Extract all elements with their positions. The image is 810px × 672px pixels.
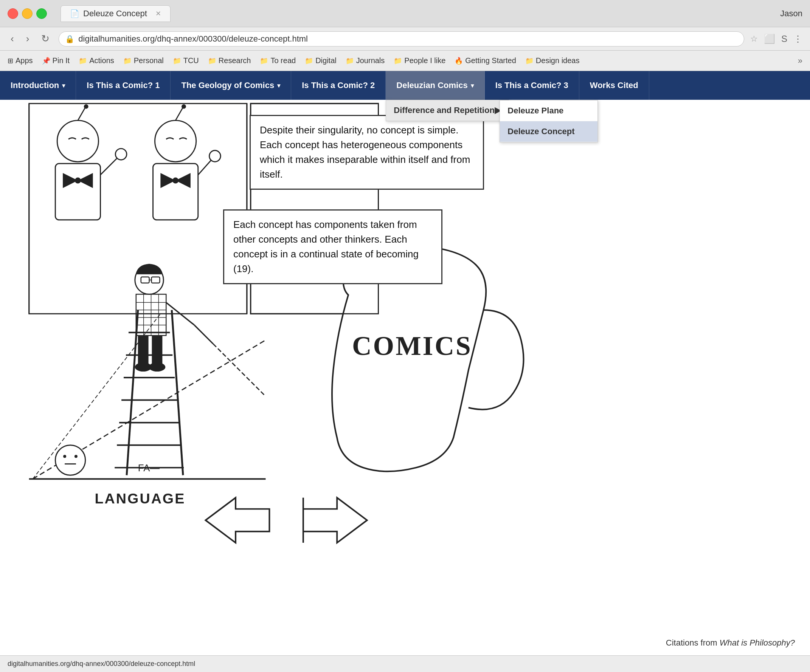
svg-text:LANGUAGE: LANGUAGE xyxy=(95,490,186,507)
tab-close-button[interactable]: ✕ xyxy=(155,10,161,18)
svg-point-19 xyxy=(209,150,221,162)
svg-point-37 xyxy=(149,362,165,372)
deleuze-concept-label: Deleuze Concept xyxy=(508,126,574,136)
tab-title: Deleuze Concept xyxy=(83,9,147,19)
svg-rect-14 xyxy=(153,163,198,220)
text-box-1-content: Despite their singularity, no concept is… xyxy=(260,125,470,180)
nav-item-the-geology-of-comics[interactable]: The Geology of Comics ▾ xyxy=(170,71,291,100)
research-folder-icon: 📁 xyxy=(208,57,216,65)
refresh-button[interactable]: ↻ xyxy=(38,31,52,46)
bookmark-actions-label: Actions xyxy=(89,56,114,65)
close-button[interactable] xyxy=(8,8,18,19)
nav-item-is-this-a-comic-3[interactable]: Is This a Comic? 3 xyxy=(485,71,579,100)
apps-icon: ⊞ xyxy=(8,57,13,65)
svg-point-10 xyxy=(115,148,127,160)
text-box-2: Each concept has components taken from o… xyxy=(223,209,442,284)
svg-text:FA—: FA— xyxy=(138,463,160,473)
text-box-2-content: Each concept has components taken from o… xyxy=(233,219,418,275)
nav-item-introduction[interactable]: Introduction ▾ xyxy=(0,71,76,100)
nav-is-this-a-comic-1-label: Is This a Comic? 1 xyxy=(87,81,160,90)
bookmark-apps-label: Apps xyxy=(15,56,33,65)
nav-item-is-this-a-comic-1[interactable]: Is This a Comic? 1 xyxy=(76,71,170,100)
bookmark-getting-started-label: Getting Started xyxy=(465,56,516,65)
svg-line-41 xyxy=(127,310,138,475)
bookmark-tcu[interactable]: 📁 TCU xyxy=(173,56,199,65)
bookmark-to-read[interactable]: 📁 To read xyxy=(260,56,296,65)
bookmark-design-ideas-label: Design ideas xyxy=(536,56,580,65)
bookmark-design-ideas[interactable]: 📁 Design ideas xyxy=(525,56,580,65)
bookmark-journals-label: Journals xyxy=(356,56,385,65)
forward-button[interactable]: › xyxy=(23,31,32,46)
svg-point-11 xyxy=(155,121,196,162)
bookmark-personal[interactable]: 📁 Personal xyxy=(123,56,164,65)
nav-item-works-cited[interactable]: Works Cited xyxy=(579,71,649,100)
getting-started-icon: 🔥 xyxy=(454,57,463,65)
skype-icon[interactable]: S xyxy=(781,34,787,44)
back-button[interactable]: ‹ xyxy=(8,31,17,46)
bookmark-journals[interactable]: 📁 Journals xyxy=(346,56,385,65)
submenu-item-deleuze-concept[interactable]: Deleuze Concept xyxy=(500,121,597,142)
svg-point-2 xyxy=(57,121,98,162)
bookmark-to-read-label: To read xyxy=(270,56,296,65)
nav-item-is-this-a-comic-2[interactable]: Is This a Comic? 2 xyxy=(291,71,386,100)
bookmark-digital-label: Digital xyxy=(316,56,337,65)
deleuze-plane-label: Deleuze Plane xyxy=(508,106,564,115)
bookmarks-bar: ⊞ Apps 📌 Pin It 📁 Actions 📁 Personal 📁 T… xyxy=(0,51,810,71)
browser-tab[interactable]: 📄 Deleuze Concept ✕ xyxy=(61,5,170,22)
tab-area: 📄 Deleuze Concept ✕ xyxy=(61,5,774,22)
geology-dropdown-icon: ▾ xyxy=(277,82,280,89)
url-display: digitalhumanities.org/dhq-annex/000300/d… xyxy=(78,34,738,44)
text-box-1: Despite their singularity, no concept is… xyxy=(250,115,484,190)
svg-point-4 xyxy=(84,104,88,109)
people-folder-icon: 📁 xyxy=(394,57,402,65)
svg-point-13 xyxy=(182,104,186,109)
journals-folder-icon: 📁 xyxy=(346,57,354,65)
deleuzian-dropdown-menu: Difference and Repetition ▶ Deleuze Plan… xyxy=(386,100,509,121)
deleuzian-dropdown-icon: ▾ xyxy=(471,82,474,89)
svg-point-54 xyxy=(63,455,66,458)
status-bar: digitalhumanities.org/dhq-annex/000300/d… xyxy=(0,655,810,672)
bookmark-research[interactable]: 📁 Research xyxy=(208,56,251,65)
title-bar: 📄 Deleuze Concept ✕ Jason xyxy=(0,0,810,27)
svg-marker-60 xyxy=(303,498,367,543)
traffic-lights xyxy=(8,8,47,19)
actions-folder-icon: 📁 xyxy=(79,57,87,65)
nav-is-this-a-comic-2-label: Is This a Comic? 2 xyxy=(302,81,375,90)
status-url: digitalhumanities.org/dhq-annex/000300/d… xyxy=(8,660,195,668)
bookmark-people-i-like[interactable]: 📁 People I like xyxy=(394,56,446,65)
url-bar: ‹ › ↻ 🔒 digitalhumanities.org/dhq-annex/… xyxy=(0,27,810,51)
bookmark-actions[interactable]: 📁 Actions xyxy=(79,56,114,65)
difference-repetition-label: Difference and Repetition xyxy=(394,106,494,115)
citations-prefix: Citations from xyxy=(666,638,720,647)
nav-item-deleuzian-comics[interactable]: Deleuzian Comics ▾ Difference and Repeti… xyxy=(386,71,484,100)
bookmark-apps[interactable]: ⊞ Apps xyxy=(8,56,33,65)
url-input-wrap[interactable]: 🔒 digitalhumanities.org/dhq-annex/000300… xyxy=(59,31,744,47)
bookmark-digital[interactable]: 📁 Digital xyxy=(305,56,337,65)
user-label: Jason xyxy=(780,9,802,19)
svg-line-40 xyxy=(213,344,265,396)
submenu-item-deleuze-plane[interactable]: Deleuze Plane xyxy=(500,101,597,121)
minimize-button[interactable] xyxy=(22,8,32,19)
nav-geology-label: The Geology of Comics xyxy=(181,81,274,90)
design-ideas-folder-icon: 📁 xyxy=(525,57,533,65)
digital-folder-icon: 📁 xyxy=(305,57,313,65)
maximize-button[interactable] xyxy=(36,8,47,19)
svg-rect-34 xyxy=(138,336,148,365)
svg-line-39 xyxy=(194,325,213,344)
bookmark-pin-it[interactable]: 📌 Pin It xyxy=(42,56,70,65)
dropdown-submenu: Deleuze Plane Deleuze Concept xyxy=(500,100,598,143)
bookmark-pin-it-label: Pin It xyxy=(52,56,70,65)
more-icon[interactable]: ⋮ xyxy=(793,34,802,44)
share-icon[interactable]: ⬜ xyxy=(764,34,775,44)
citations-title: What is Philosophy? xyxy=(720,638,795,647)
bookmarks-more-icon[interactable]: » xyxy=(798,56,802,66)
bookmark-star-icon[interactable]: ☆ xyxy=(750,34,758,44)
svg-rect-5 xyxy=(55,163,100,220)
nav-introduction-label: Introduction xyxy=(10,81,59,90)
tcu-folder-icon: 📁 xyxy=(173,57,181,65)
dropdown-item-difference-repetition[interactable]: Difference and Repetition ▶ Deleuze Plan… xyxy=(386,100,508,121)
bookmark-getting-started[interactable]: 🔥 Getting Started xyxy=(454,56,516,65)
citations: Citations from What is Philosophy? xyxy=(666,638,795,648)
nav-bar: Introduction ▾ Is This a Comic? 1 The Ge… xyxy=(0,71,810,100)
bookmark-people-label: People I like xyxy=(404,56,446,65)
